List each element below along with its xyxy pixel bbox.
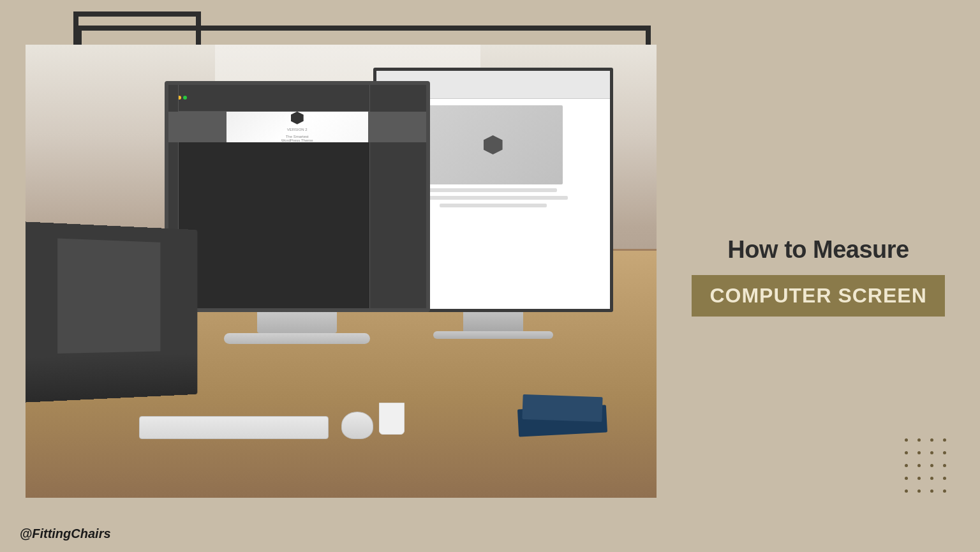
dot-9: [905, 464, 908, 467]
dot-11: [930, 464, 933, 467]
dot-20: [943, 489, 946, 493]
mouse: [341, 412, 373, 439]
ps-tagline-text: The SmartestWordPress Theme: [281, 135, 313, 142]
dot-2: [917, 438, 921, 442]
browser-text-1: [429, 188, 558, 192]
ps-fox-logo: [291, 112, 304, 124]
laptop-left-panel: [26, 237, 58, 355]
dot-19: [930, 489, 933, 493]
laptop-screen: [26, 221, 198, 357]
title-line2: COMPUTER SCREEN: [709, 284, 926, 308]
dot-18: [917, 489, 921, 493]
ps-canvas: VERSION 2 The SmartestWordPress Theme: [226, 112, 368, 142]
browser-logo: [484, 135, 503, 154]
laptop-right-panel: [160, 242, 195, 351]
imac-base: [224, 333, 370, 343]
dot-7: [930, 451, 933, 454]
dot-15: [930, 477, 933, 480]
dot-3: [930, 438, 933, 442]
dot-16: [943, 477, 946, 480]
notebooks: [518, 389, 607, 435]
dot-12: [943, 464, 946, 467]
browser-text-2: [418, 196, 568, 200]
ps-expand-dot: [183, 96, 187, 100]
title-highlight-box: COMPUTER SCREEN: [692, 275, 944, 317]
notebook-top: [522, 394, 602, 422]
ps-design: VERSION 2 The SmartestWordPress Theme: [226, 112, 368, 142]
imac-monitor: VERSION 2 The SmartestWordPress Theme: [165, 81, 430, 344]
dot-4: [943, 438, 946, 442]
imac-stand: [257, 312, 337, 333]
caption-label: @FittingChairs: [20, 526, 111, 541]
browser-text-3: [440, 204, 547, 207]
dot-1: [905, 438, 908, 442]
ps-version-text: VERSION 2: [287, 128, 308, 131]
ps-canvas-area: VERSION 2 The SmartestWordPress Theme: [168, 112, 426, 142]
dot-6: [917, 451, 921, 454]
photoshop-ui: VERSION 2 The SmartestWordPress Theme: [168, 85, 426, 308]
title-line1: How to Measure: [727, 235, 909, 265]
dot-13: [905, 477, 908, 480]
imac-screen: VERSION 2 The SmartestWordPress Theme: [165, 81, 430, 312]
dot-14: [917, 477, 921, 480]
dot-17: [905, 489, 908, 493]
laptop-body: [26, 353, 198, 402]
dot-5: [905, 451, 908, 454]
photo-scene: VERSION 2 The SmartestWordPress Theme: [26, 45, 657, 498]
laptop-screen-ui: [26, 225, 195, 355]
hero-image: VERSION 2 The SmartestWordPress Theme: [26, 45, 657, 498]
laptop-canvas: [26, 237, 195, 355]
coffee-mug: [379, 403, 405, 435]
monitor-base: [433, 331, 553, 339]
dot-10: [917, 464, 921, 467]
laptop-main-area: [58, 239, 161, 354]
browser-hero-image: [423, 105, 563, 184]
dot-8: [943, 451, 946, 454]
keyboard: [139, 416, 329, 439]
caption-text: @FittingChairs: [20, 526, 111, 541]
laptop: [26, 221, 198, 402]
dot-grid-decoration: [905, 438, 951, 497]
monitor-stand: [463, 312, 523, 331]
